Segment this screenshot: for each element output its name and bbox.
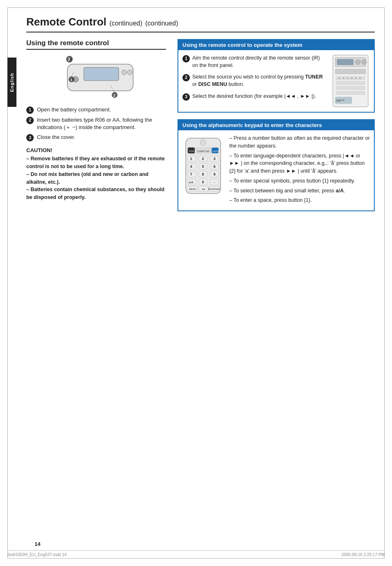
footer: dvdr5350H_EU_Eng537.indd 14 2005-09-16 2… bbox=[7, 550, 385, 557]
svg-text:7: 7 bbox=[190, 172, 192, 176]
left-column: Using the remote control 3 3 bbox=[26, 39, 166, 218]
right-step-text-2: Select the source you wish to control by… bbox=[192, 73, 327, 88]
section-box-2: Using the alphanumeric keypad to enter t… bbox=[178, 119, 375, 211]
footer-right: 2005-09-16 2:25:17 PM bbox=[341, 552, 385, 557]
svg-text:TUNER: TUNER bbox=[197, 150, 205, 152]
side-tab-label: English bbox=[9, 73, 14, 92]
right-step-text-1: Aim the remote control directly at the r… bbox=[192, 54, 327, 69]
svg-text:3: 3 bbox=[213, 157, 215, 161]
svg-text:2: 2 bbox=[113, 93, 115, 97]
svg-text:SAY™: SAY™ bbox=[336, 99, 345, 102]
instruction-5: – To enter a space, press button {1}. bbox=[229, 196, 370, 204]
remote-illustration: 3 3 1 2 bbox=[51, 54, 141, 100]
section2-instructions: – Press a number button as often as the … bbox=[229, 134, 370, 206]
svg-text:5: 5 bbox=[202, 164, 204, 169]
right-column: Using the remote control to operate the … bbox=[178, 39, 375, 218]
svg-text:9: 9 bbox=[213, 172, 215, 176]
svg-text:0: 0 bbox=[202, 180, 204, 184]
instruction-3: – To enter special symbols, press button… bbox=[229, 177, 370, 185]
svg-text:MENU: MENU bbox=[189, 188, 196, 190]
svg-text:TV/VCR: TV/VCR bbox=[189, 150, 197, 152]
svg-point-26 bbox=[347, 77, 348, 79]
svg-point-27 bbox=[351, 77, 353, 79]
svg-text:SUITE: SUITE bbox=[212, 150, 219, 152]
section-box-2-title: Using the alphanumeric keypad to enter t… bbox=[178, 120, 374, 130]
svg-text:2: 2 bbox=[202, 157, 204, 161]
left-steps-list: 1 Open the battery compartment. 2 Insert… bbox=[26, 106, 166, 141]
page-title: Remote Control (continued) (continued) bbox=[26, 16, 375, 32]
svg-point-28 bbox=[355, 77, 357, 79]
svg-point-4 bbox=[127, 70, 132, 75]
instruction-4: – To select between big and small letter… bbox=[229, 187, 370, 195]
left-step-1: 1 Open the battery compartment. bbox=[26, 106, 166, 114]
page-number: 14 bbox=[35, 541, 40, 547]
right-step-1: 1 Aim the remote control directly at the… bbox=[182, 54, 327, 69]
svg-text:●●: ●● bbox=[202, 188, 205, 190]
svg-point-18 bbox=[362, 60, 367, 65]
svg-point-25 bbox=[343, 77, 344, 79]
svg-point-33 bbox=[200, 140, 206, 146]
main-content: Remote Control (continued) (continued) U… bbox=[16, 7, 385, 559]
section-box-1-body: 1 Aim the remote control directly at the… bbox=[178, 50, 374, 112]
caution-box: CAUTION! – Remove batteries if they are … bbox=[26, 147, 166, 201]
right-step-num-1: 1 bbox=[182, 55, 190, 62]
two-column-layout: Using the remote control 3 3 bbox=[26, 39, 375, 218]
right-step-num-3: 3 bbox=[182, 93, 190, 101]
caution-text: – Remove batteries if they are exhausted… bbox=[26, 155, 166, 201]
instruction-2: – To enter language-dependent characters… bbox=[229, 152, 370, 175]
step-num-3: 3 bbox=[26, 134, 34, 141]
svg-text:8: 8 bbox=[202, 172, 204, 176]
svg-text:a/A: a/A bbox=[189, 180, 193, 184]
title-continued-text: (continued) bbox=[145, 20, 178, 27]
left-step-3: 3 Close the cover. bbox=[26, 134, 166, 141]
svg-rect-19 bbox=[335, 69, 366, 74]
section-box-2-body: TV/VCR TUNER LNK SUITE 1 2 3 bbox=[178, 130, 374, 210]
left-section-title: Using the remote control bbox=[26, 39, 166, 50]
left-step-2: 2 Insert two batteries type R06 or AA, f… bbox=[26, 116, 166, 131]
keypad-svg: TV/VCR TUNER LNK SUITE 1 2 3 bbox=[184, 136, 223, 196]
section-box-1: Using the remote control to operate the … bbox=[178, 39, 375, 113]
caution-line-1: – Remove batteries if they are exhausted… bbox=[26, 155, 166, 171]
svg-rect-22 bbox=[336, 86, 365, 90]
section-box-1-title: Using the remote control to operate the … bbox=[178, 40, 374, 50]
svg-point-24 bbox=[339, 77, 340, 79]
svg-rect-21 bbox=[336, 81, 365, 85]
svg-text:6: 6 bbox=[213, 164, 215, 169]
right-section1-steps: 1 Aim the remote control directly at the… bbox=[182, 54, 327, 108]
caution-title: CAUTION! bbox=[26, 147, 166, 153]
step-text-2: Insert two batteries type R06 or AA, fol… bbox=[37, 116, 166, 131]
svg-point-29 bbox=[359, 77, 361, 79]
footer-left: dvdr5350H_EU_Eng537.indd 14 bbox=[7, 552, 67, 557]
svg-rect-23 bbox=[336, 91, 365, 95]
remote-svg: 3 3 1 2 bbox=[51, 54, 141, 99]
svg-text:4: 4 bbox=[190, 164, 192, 169]
step-num-1: 1 bbox=[26, 106, 34, 114]
svg-rect-1 bbox=[84, 67, 119, 81]
title-continued: (continued) bbox=[109, 20, 142, 27]
right-step-3: 3 Select the desired function (for examp… bbox=[182, 92, 327, 101]
section2-keypad-image: TV/VCR TUNER LNK SUITE 1 2 3 bbox=[182, 134, 224, 206]
caution-line-2: – Do not mix batteries (old and new or c… bbox=[26, 171, 166, 186]
svg-rect-16 bbox=[337, 59, 353, 65]
svg-point-3 bbox=[122, 70, 127, 75]
svg-text:1: 1 bbox=[190, 157, 192, 161]
right-section1-image: SAY™ bbox=[331, 54, 370, 108]
title-main: Remote Control bbox=[26, 16, 106, 28]
side-tab: English bbox=[7, 58, 16, 107]
right-step-num-2: 2 bbox=[182, 74, 190, 81]
instruction-1: – Press a number button as often as the … bbox=[229, 134, 370, 150]
step-num-2: 2 bbox=[26, 117, 34, 124]
svg-text:–: – bbox=[214, 181, 215, 184]
step-text-3: Close the cover. bbox=[37, 134, 166, 141]
svg-text:3: 3 bbox=[68, 57, 70, 62]
svg-text:1: 1 bbox=[70, 78, 72, 82]
caution-line-3: – Batteries contain chemical substances,… bbox=[26, 186, 166, 201]
right-step-2: 2 Select the source you wish to control … bbox=[182, 73, 327, 88]
svg-text:BROWSER: BROWSER bbox=[208, 188, 219, 190]
right-step-text-3: Select the desired function (for example… bbox=[192, 92, 316, 100]
step-text-1: Open the battery compartment. bbox=[37, 106, 166, 113]
svg-point-17 bbox=[355, 60, 360, 65]
device-illustration-svg: SAY™ bbox=[332, 54, 369, 108]
svg-text:LNK: LNK bbox=[205, 150, 210, 152]
